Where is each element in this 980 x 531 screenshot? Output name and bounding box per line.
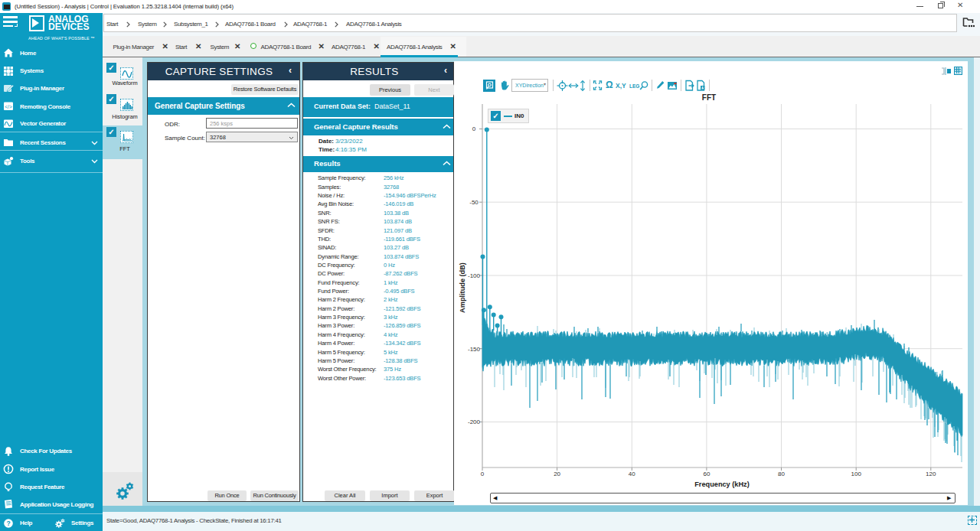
svg-text:-200: -200	[468, 419, 481, 425]
svg-text:80: 80	[778, 471, 785, 477]
svg-text:-100: -100	[468, 272, 481, 279]
svg-text:40: 40	[629, 471, 635, 477]
svg-text:-50: -50	[469, 199, 479, 206]
svg-text:0: 0	[472, 125, 476, 132]
svg-text:-150: -150	[468, 346, 481, 353]
svg-text:120: 120	[926, 471, 936, 477]
svg-text:60: 60	[703, 471, 710, 477]
svg-text:100: 100	[851, 471, 862, 477]
svg-text:20: 20	[554, 471, 560, 477]
svg-text:0: 0	[481, 471, 485, 477]
